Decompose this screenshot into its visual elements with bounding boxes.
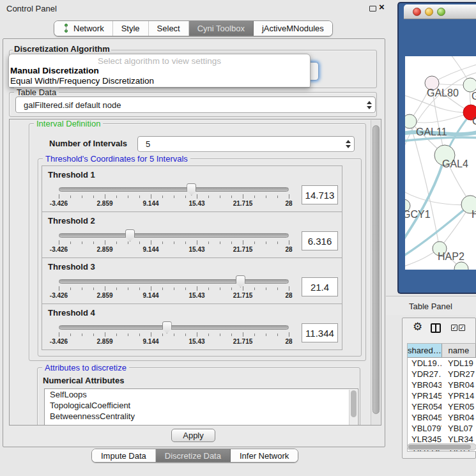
threshold-value-field[interactable]: 11.344 bbox=[302, 323, 338, 342]
network-node-label: HAP2 bbox=[438, 251, 464, 262]
network-window-titlebar[interactable] bbox=[404, 4, 476, 19]
tab-infer-network[interactable]: Infer Network bbox=[231, 449, 298, 462]
table-cell[interactable]: YBR04 bbox=[441, 412, 476, 423]
close-traffic-light-icon[interactable] bbox=[413, 8, 421, 16]
network-view-window[interactable]: GAL80GACGAL11GAL4GCY1HHAP2 bbox=[397, 2, 476, 294]
table-cell[interactable]: YDL19 bbox=[441, 358, 476, 369]
slider-tick-label: 15.43 bbox=[188, 200, 204, 207]
threshold-panel: Threshold 1 -3.4262.8599.14415.4321.7152… bbox=[42, 165, 342, 212]
table-cell[interactable]: YPR14 bbox=[441, 390, 476, 401]
network-node[interactable] bbox=[463, 78, 476, 92]
columns-icon[interactable] bbox=[431, 323, 441, 333]
scrollbar-thumb[interactable] bbox=[372, 125, 380, 414]
slider-tick bbox=[70, 334, 71, 336]
slider-tick bbox=[151, 286, 151, 291]
tab-discretize-data[interactable]: Discretize Data bbox=[156, 449, 231, 462]
slider-tick bbox=[139, 196, 140, 198]
table-cell[interactable]: YBR043C bbox=[408, 380, 441, 390]
slider-tick bbox=[289, 286, 289, 291]
slider-tick bbox=[105, 240, 105, 245]
table-cell[interactable]: YDL19… bbox=[408, 358, 441, 369]
close-icon[interactable]: × bbox=[379, 1, 385, 12]
algorithm-option-equal-width[interactable]: Equal Width/Frequency Discretization bbox=[9, 76, 310, 86]
network-icon bbox=[63, 24, 70, 33]
slider-tick bbox=[128, 334, 128, 336]
column-header-shared-name[interactable]: shared… bbox=[408, 344, 442, 357]
slider-tick bbox=[93, 196, 94, 198]
table-cell[interactable]: YPR145W bbox=[408, 390, 441, 401]
slider-tick-label: -3.426 bbox=[50, 338, 68, 345]
table-row[interactable]: YDR27…YDR27 bbox=[408, 369, 476, 380]
table-row[interactable]: YDL19…YDL19 bbox=[408, 358, 476, 369]
slider-thumb[interactable] bbox=[187, 183, 196, 196]
slider-tick bbox=[174, 334, 174, 336]
slider-tick bbox=[82, 334, 82, 336]
slider-tick bbox=[105, 286, 105, 291]
tab-cyni-toolbox[interactable]: Cyni Toolbox bbox=[189, 21, 254, 36]
tab-impute-data[interactable]: Impute Data bbox=[92, 449, 156, 462]
network-node[interactable] bbox=[454, 262, 468, 270]
control-panel-title: Control Panel bbox=[6, 4, 57, 13]
scrollbar-thumb[interactable] bbox=[408, 445, 471, 449]
slider-tick bbox=[116, 242, 117, 244]
slider-thumb[interactable] bbox=[162, 321, 172, 334]
threshold-value-field[interactable]: 6.316 bbox=[302, 231, 338, 250]
threshold-value-field[interactable]: 14.713 bbox=[302, 185, 338, 204]
algorithm-option-manual[interactable]: Manual Discretization bbox=[9, 66, 310, 76]
slider-track[interactable] bbox=[59, 279, 289, 284]
zoom-traffic-light-icon[interactable] bbox=[437, 8, 445, 16]
table-data-combobox[interactable]: galFiltered.sif default node bbox=[15, 96, 376, 113]
table-row[interactable]: YPR145WYPR14 bbox=[408, 390, 476, 401]
gear-icon[interactable]: ⚙ bbox=[413, 321, 422, 334]
attribute-list-item[interactable]: BetweennessCentrality bbox=[45, 411, 358, 422]
column-header-name[interactable]: name bbox=[442, 344, 476, 357]
float-window-icon[interactable] bbox=[369, 6, 376, 12]
table-cell[interactable]: YER05 bbox=[441, 401, 476, 412]
table-row[interactable]: YBR045CYBR04 bbox=[408, 412, 476, 423]
attribute-list-item[interactable]: SelfLoops bbox=[45, 389, 358, 400]
network-node[interactable] bbox=[405, 114, 417, 128]
thresholds-group: Threshold's Coordinates for 5 Intervals … bbox=[38, 158, 362, 357]
settings-vertical-scrollbar[interactable] bbox=[371, 120, 380, 426]
tab-select[interactable]: Select bbox=[149, 21, 189, 36]
slider-thumb[interactable] bbox=[236, 275, 245, 288]
slider-tick-label: 21.715 bbox=[233, 246, 253, 253]
node-table: shared… name YDL19…YDL19YDR27…YDR27YBR04… bbox=[407, 343, 476, 452]
table-cell[interactable]: YDR27 bbox=[441, 369, 476, 380]
slider-track[interactable] bbox=[59, 187, 289, 192]
checkbox-icon[interactable]: ✓ bbox=[459, 325, 465, 331]
minimize-traffic-light-icon[interactable] bbox=[425, 8, 433, 16]
table-cell[interactable]: YBR045C bbox=[408, 412, 441, 423]
number-of-intervals-combobox[interactable]: 5 bbox=[137, 136, 355, 152]
slider-track[interactable] bbox=[59, 325, 289, 330]
tab-network[interactable]: Network bbox=[54, 21, 113, 36]
table-cell[interactable]: YER054C bbox=[408, 401, 441, 412]
slider-tick bbox=[139, 334, 140, 336]
slider-tick-label: 2.859 bbox=[96, 200, 112, 207]
table-cell[interactable]: YBL079W bbox=[408, 423, 441, 434]
network-canvas[interactable]: GAL80GACGAL11GAL4GCY1HHAP2 bbox=[405, 56, 476, 270]
slider-track[interactable] bbox=[59, 233, 289, 238]
table-row[interactable]: YBR043CYBR04 bbox=[408, 380, 476, 390]
table-row[interactable]: YBL079WYBL07 bbox=[408, 423, 476, 434]
table-cell[interactable]: YBL07 bbox=[441, 423, 476, 434]
table-row[interactable]: YER054CYER05 bbox=[408, 401, 476, 412]
slider-tick bbox=[243, 332, 243, 337]
attributes-list-scrollbar[interactable] bbox=[349, 390, 357, 426]
slider-tick bbox=[289, 194, 289, 199]
slider-tick bbox=[208, 196, 209, 198]
numerical-attributes-list[interactable]: SelfLoopsTopologicalCoefficientBetweenne… bbox=[44, 388, 358, 426]
table-horizontal-scrollbar[interactable] bbox=[407, 443, 476, 450]
table-cell[interactable]: YDR27… bbox=[408, 369, 441, 380]
checkbox-icon[interactable]: ✓ bbox=[451, 325, 457, 331]
table-cell[interactable]: YBR04 bbox=[441, 380, 476, 390]
scrollbar-thumb[interactable] bbox=[351, 390, 357, 417]
slider-tick bbox=[151, 332, 151, 337]
slider-thumb[interactable] bbox=[125, 229, 135, 242]
slider-tick bbox=[59, 332, 59, 337]
apply-button[interactable]: Apply bbox=[171, 429, 215, 442]
attribute-list-item[interactable]: TopologicalCoefficient bbox=[45, 400, 358, 411]
threshold-value-field[interactable]: 21.4 bbox=[302, 277, 338, 296]
tab-jactivemnodules[interactable]: jActiveMNodules bbox=[254, 21, 332, 36]
tab-style[interactable]: Style bbox=[113, 21, 149, 36]
